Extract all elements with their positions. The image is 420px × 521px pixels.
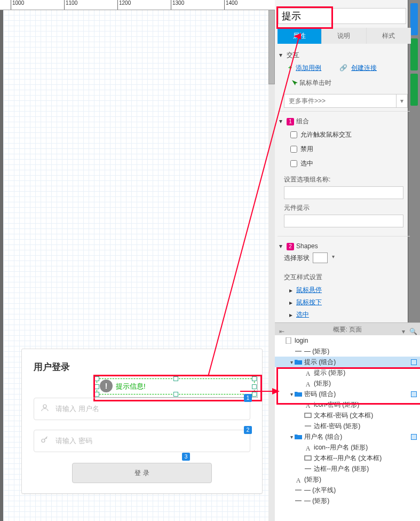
outline-label: icon--用户名 (矩形) — [314, 444, 368, 451]
annotation-box-name — [276, 6, 333, 29]
outline-row[interactable]: 边框--用户名 (矩形) — [275, 463, 420, 474]
shape-swatch[interactable] — [313, 252, 328, 263]
ruler-tick: 1300 — [171, 0, 184, 10]
chevron-down-icon: ▾ — [396, 94, 407, 107]
svg-point-1 — [42, 439, 45, 442]
plus-icon: + — [288, 64, 292, 72]
svg-rect-2 — [286, 337, 291, 344]
outline-label: 用户名 (组合) — [304, 433, 342, 440]
username-placeholder: 请输入 用户名 — [56, 404, 99, 414]
outline-label: — (水平线) — [304, 486, 336, 494]
svg-point-0 — [43, 405, 46, 408]
mousedown-style-link[interactable]: 鼠标按下 — [296, 298, 322, 306]
outline-label: 文本框-密码 (文本框) — [314, 412, 373, 419]
shape-picker[interactable]: 选择形状 — [284, 252, 328, 263]
vertical-scrollbar-thumb[interactable] — [268, 10, 275, 84]
svg-rect-4 — [305, 413, 311, 417]
event-onclick[interactable]: 鼠标单击时 — [278, 75, 410, 91]
arrow-icon: ▸ — [289, 311, 295, 317]
canvas-area: 1000 1100 1200 1300 1400 用户登录 ! 提示信息! — [0, 0, 275, 521]
search-icon[interactable]: 🔍 — [409, 325, 417, 333]
chk-selected-label: 选中 — [300, 160, 313, 167]
chk-disable[interactable] — [290, 146, 297, 153]
outline-label: — (矩形) — [304, 497, 329, 504]
hover-style-link[interactable]: 鼠标悬停 — [296, 286, 322, 294]
selected-style-link[interactable]: 选中 — [296, 311, 309, 318]
pick-shape-label: 选择形状 — [284, 254, 310, 263]
outline-label: 提示 (组合) — [304, 358, 336, 366]
visibility-toggle[interactable] — [411, 434, 417, 440]
outline-label: login — [295, 337, 308, 344]
login-panel-widget[interactable]: 用户登录 ! 提示信息! 请输入 用户名 1 — [21, 349, 263, 494]
more-events-dropdown[interactable]: 更多事件>>>▾ — [284, 94, 408, 108]
login-title: 用户登录 — [34, 361, 262, 373]
outline-label: — (矩形) — [304, 348, 329, 355]
section-interaction[interactable]: ▾交互 — [278, 49, 410, 61]
chain-icon: 🔗 — [339, 64, 347, 72]
outline-row[interactable]: ▾用户名 (组合) — [275, 431, 420, 442]
add-case-link[interactable]: 添加用例 — [296, 64, 321, 72]
outline-label: 边框--用户名 (矩形) — [314, 465, 369, 472]
outline-row[interactable]: Aicon--用户名 (矩形) — [275, 442, 420, 453]
outline-label: 边框-密码 (矩形) — [314, 422, 360, 430]
outline-row[interactable]: — (水平线) — [275, 485, 420, 495]
annotation-badge-3: 3 — [182, 453, 190, 461]
outline-row[interactable]: 文本框--用户名 (文本框) — [275, 453, 420, 463]
properties-scroll: ▾交互 + 添加用例 🔗 创建连接 鼠标单击时 更多事件>>>▾ ▾1组合 允许… — [278, 45, 410, 322]
annotation-box-outline — [276, 367, 420, 405]
outline-row[interactable]: A(矩形) — [275, 474, 420, 485]
password-field[interactable]: 请输入 密码 2 — [34, 430, 250, 452]
outline-row[interactable]: — (矩形) — [275, 346, 420, 357]
inspector-panel: 属性 说明 样式 ▾交互 + 添加用例 🔗 创建连接 鼠标单击时 更多事件>>>… — [275, 0, 420, 521]
option-group-label: 设置选项组名称: — [284, 175, 410, 184]
arrow-icon: ▸ — [289, 299, 295, 304]
collapse-icon[interactable]: ⇤ — [278, 325, 286, 333]
create-link-link[interactable]: 创建连接 — [351, 64, 377, 72]
tab-notes[interactable]: 说明 — [322, 28, 366, 44]
user-icon — [34, 403, 56, 415]
visibility-toggle[interactable] — [411, 359, 417, 365]
ruler-tick: 1400 — [224, 0, 237, 10]
option-group-input[interactable] — [284, 186, 403, 199]
section-group[interactable]: ▾1组合 — [278, 115, 410, 128]
ruler-tick: 1000 — [11, 0, 24, 10]
annotation-badge-2: 2 — [244, 426, 252, 434]
arrow-icon: ▸ — [289, 287, 295, 292]
chk-allow-label: 允许触发鼠标交互 — [300, 131, 352, 138]
vertical-scrollbar-track[interactable] — [268, 10, 275, 521]
tooltip-input[interactable] — [284, 215, 403, 227]
outline-tree: login— (矩形)▾提示 (组合)A提示 (矩形)A(矩形)▾密码 (组合)… — [275, 335, 420, 521]
chk-disable-label: 禁用 — [300, 145, 313, 153]
tab-style[interactable]: 样式 — [367, 28, 411, 44]
outline-row[interactable]: 边框-密码 (矩形) — [275, 421, 420, 431]
expand-toggle[interactable]: ▾ — [289, 432, 295, 443]
filter-icon[interactable]: ▾ — [400, 325, 407, 333]
outline-row[interactable]: — (矩形) — [275, 495, 420, 506]
annotation-badge-1: 1 — [244, 394, 252, 402]
ruler-tick: 1100 — [64, 0, 77, 10]
ix-style-label: 交互样式设置 — [284, 273, 410, 282]
horizontal-ruler: 1000 1100 1200 1300 1400 — [0, 0, 275, 10]
annotation-arrow-head — [294, 33, 301, 40]
outline-row[interactable]: login — [275, 335, 420, 346]
outline-label: 文本框--用户名 (文本框) — [314, 454, 382, 462]
section-shapes[interactable]: ▾2Shapes — [278, 240, 410, 252]
outline-row[interactable]: ▾提示 (组合) — [275, 357, 420, 367]
outline-row[interactable]: 文本框-密码 (文本框) — [275, 410, 420, 421]
outline-label: (矩形) — [304, 476, 321, 483]
ruler-tick: 1200 — [117, 0, 131, 10]
login-button-label: 登 录 — [134, 469, 149, 477]
username-field[interactable]: 请输入 用户名 1 — [34, 398, 250, 420]
svg-rect-6 — [305, 456, 311, 460]
expand-toggle[interactable]: ▾ — [289, 357, 295, 368]
chk-allow-mouse[interactable] — [290, 131, 297, 138]
password-placeholder: 请输入 密码 — [56, 436, 92, 446]
outline-header: ⇤ 概要: 页面 ▾ 🔍 — [275, 322, 420, 336]
key-icon — [34, 435, 56, 447]
login-button[interactable]: 登 录 3 — [72, 463, 212, 483]
tooltip-label: 元件提示 — [284, 203, 410, 212]
chk-selected[interactable] — [290, 160, 297, 167]
